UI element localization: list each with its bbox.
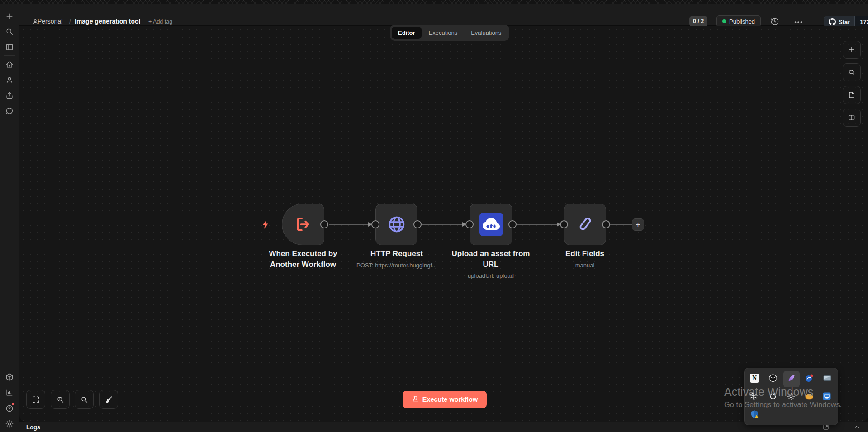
help-notification-dot	[12, 403, 14, 405]
add-node-button[interactable]	[843, 41, 861, 59]
add-connected-node-button[interactable]: +	[632, 218, 644, 231]
trigger-bolt-icon	[261, 219, 270, 229]
add-tag-button[interactable]: + Add tag	[148, 19, 172, 25]
package-icon[interactable]	[5, 373, 14, 382]
connection-line[interactable]	[517, 224, 557, 225]
execute-workflow-button[interactable]: Execute workflow	[403, 391, 487, 408]
node-label: Edit Fields	[531, 248, 639, 259]
display-app-icon[interactable]	[823, 374, 832, 383]
github-star-label: Star	[839, 19, 850, 25]
remote-desktop-app-icon[interactable]	[822, 392, 831, 401]
toggle-panel-button[interactable]	[843, 109, 861, 127]
tab-evaluations[interactable]: Evaluations	[465, 27, 508, 39]
breadcrumb-separator: /	[69, 18, 71, 25]
chevron-up-icon[interactable]	[853, 423, 860, 431]
node-when-executed-by-another-workflow[interactable]	[282, 204, 324, 245]
gear-app-icon[interactable]	[787, 392, 796, 401]
help-icon[interactable]	[5, 404, 14, 413]
execute-workflow-label: Execute workflow	[422, 396, 478, 403]
logs-label: Logs	[26, 424, 40, 431]
node-edit-fields[interactable]	[564, 204, 606, 245]
output-port[interactable]	[413, 220, 422, 228]
output-port[interactable]	[320, 220, 328, 228]
view-tabs: Editor Executions Evaluations	[390, 25, 509, 41]
system-tray-popup: N	[744, 368, 838, 425]
published-status-pill[interactable]: Published	[716, 15, 761, 27]
history-icon[interactable]	[770, 16, 780, 26]
issues-counter-badge[interactable]: 0 / 2	[689, 16, 707, 26]
new-workflow-plus-icon[interactable]	[5, 12, 14, 21]
zoom-to-fit-button[interactable]	[26, 390, 45, 409]
node-http-request[interactable]	[375, 204, 417, 245]
zoom-in-button[interactable]	[51, 390, 70, 409]
connection-line[interactable]	[610, 224, 632, 225]
settings-gear-icon[interactable]	[5, 419, 14, 428]
share-icon[interactable]	[5, 91, 14, 100]
panel-left-icon[interactable]	[5, 43, 14, 52]
workflow-header: Personal / Image generation tool + Add t…	[19, 4, 868, 26]
user-icon[interactable]	[5, 76, 14, 85]
windows-security-icon[interactable]	[750, 410, 759, 419]
tab-editor[interactable]: Editor	[392, 27, 422, 39]
search-icon[interactable]	[5, 27, 14, 36]
output-port[interactable]	[508, 220, 517, 228]
zoom-out-button[interactable]	[75, 390, 94, 409]
connection-line[interactable]	[422, 224, 462, 225]
node-label: HTTP Request	[342, 248, 451, 259]
connection-line[interactable]	[329, 224, 368, 225]
github-star-button[interactable]: Star	[824, 16, 854, 27]
window-top-strip	[0, 0, 868, 4]
node-subtitle: uploadUrl: upload	[432, 272, 550, 280]
input-port[interactable]	[371, 220, 379, 228]
snowflake-app-icon[interactable]	[749, 392, 758, 401]
github-icon	[829, 18, 836, 25]
workflow-title[interactable]: Image generation tool	[75, 18, 140, 25]
sidebar-divider	[4, 55, 15, 56]
input-port[interactable]	[465, 220, 474, 228]
feather-app-icon[interactable]	[787, 374, 796, 383]
pencil-icon	[575, 214, 595, 234]
published-label: Published	[729, 18, 755, 25]
output-port[interactable]	[602, 220, 610, 228]
github-star-count[interactable]: 172,751	[854, 16, 868, 27]
home-icon[interactable]	[5, 60, 14, 69]
input-port[interactable]	[560, 220, 568, 228]
tab-executions[interactable]: Executions	[422, 27, 464, 39]
sticky-note-button[interactable]	[843, 86, 861, 104]
header-divider	[795, 4, 795, 25]
cloudinary-icon	[479, 213, 503, 236]
insights-icon[interactable]	[5, 388, 14, 397]
chat-icon[interactable]	[5, 106, 14, 115]
execute-workflow-trigger-icon	[294, 215, 313, 234]
node-upload-an-asset-from-url[interactable]	[470, 204, 512, 245]
notion-icon[interactable]: N	[750, 374, 759, 383]
canvas-search-button[interactable]	[843, 63, 861, 81]
globe-icon	[386, 214, 407, 235]
left-sidebar	[0, 4, 19, 432]
cube-app-icon[interactable]	[768, 374, 778, 383]
breadcrumb-workspace[interactable]: Personal	[38, 18, 62, 25]
blue-notification-app-icon[interactable]	[805, 374, 814, 383]
coin-app-icon[interactable]	[805, 393, 814, 402]
logs-bar[interactable]: Logs	[19, 422, 868, 432]
sync-app-icon[interactable]	[768, 392, 778, 401]
published-dot-icon	[722, 19, 726, 23]
node-subtitle: manual	[526, 261, 644, 270]
flask-icon	[412, 396, 419, 403]
tidy-up-button[interactable]	[99, 390, 118, 409]
